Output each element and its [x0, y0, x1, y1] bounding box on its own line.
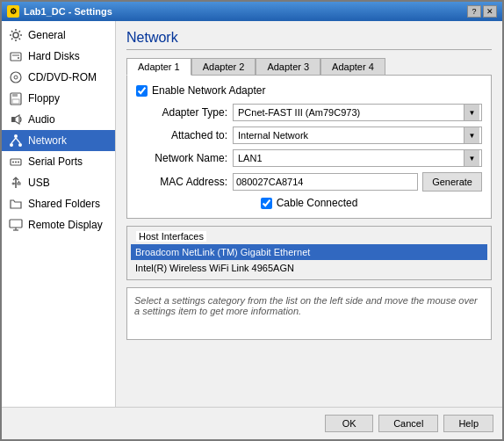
mac-address-input[interactable] — [233, 173, 418, 191]
sidebar-item-audio[interactable]: Audio — [2, 109, 115, 130]
svg-rect-2 — [12, 54, 19, 56]
settings-window: ⚙ Lab1_DC - Settings ? ✕ General — [0, 0, 504, 441]
info-box: Select a settings category from the list… — [126, 287, 492, 340]
svg-line-14 — [16, 138, 20, 143]
sidebar-label-remote-display: Remote Display — [28, 219, 103, 231]
host-interfaces-list: Broadcom NetLink (TM) Gigabit Ethernet I… — [131, 244, 487, 276]
enable-adapter-row: Enable Network Adapter — [136, 84, 482, 97]
window-title: Lab1_DC - Settings — [24, 6, 112, 17]
title-bar: ⚙ Lab1_DC - Settings ? ✕ — [2, 2, 502, 21]
cancel-button[interactable]: Cancel — [378, 415, 438, 432]
network-name-dropdown-arrow: ▼ — [464, 150, 479, 166]
window-body: General Hard Disks — [2, 21, 502, 407]
mac-address-label: MAC Address: — [136, 176, 233, 188]
sidebar-item-remote-display[interactable]: Remote Display — [2, 214, 115, 235]
sidebar-label-shared-folders: Shared Folders — [28, 198, 100, 210]
attached-to-row: Attached to: Internal Network ▼ — [136, 127, 482, 144]
disc-icon — [9, 70, 23, 84]
svg-point-0 — [13, 33, 18, 38]
info-text: Select a settings category from the list… — [134, 295, 478, 316]
sidebar-label-cd-dvd-rom: CD/DVD-ROM — [28, 71, 97, 83]
network-name-label: Network Name: — [136, 152, 233, 164]
cable-connected-checkbox[interactable] — [261, 198, 272, 209]
sidebar-item-shared-folders[interactable]: Shared Folders — [2, 193, 115, 214]
cable-connected-label: Cable Connected — [277, 197, 358, 209]
display-icon — [9, 218, 23, 232]
svg-rect-7 — [12, 93, 18, 97]
enable-adapter-checkbox[interactable] — [136, 85, 148, 97]
attached-to-select[interactable]: Internal Network ▼ — [233, 127, 482, 144]
host-interfaces-group: Host Interfaces Broadcom NetLink (TM) Gi… — [126, 226, 492, 280]
svg-point-10 — [14, 134, 18, 138]
help-button[interactable]: Help — [443, 415, 493, 432]
sidebar-item-network[interactable]: Network — [2, 130, 115, 151]
attached-to-dropdown-arrow: ▼ — [464, 127, 479, 143]
tab-adapter1[interactable]: Adapter 1 — [126, 58, 191, 76]
svg-point-4 — [11, 72, 21, 83]
main-content: Network Adapter 1 Adapter 2 Adapter 3 Ad… — [116, 21, 502, 407]
svg-point-3 — [18, 57, 19, 59]
footer: OK Cancel Help — [2, 407, 502, 439]
usb-icon — [9, 176, 23, 190]
serial-icon — [9, 155, 23, 169]
svg-rect-8 — [12, 99, 19, 104]
sidebar-label-network: Network — [28, 134, 67, 147]
close-title-button[interactable]: ✕ — [483, 5, 497, 18]
adapter-type-dropdown-arrow: ▼ — [464, 105, 479, 120]
svg-point-11 — [10, 143, 13, 147]
mac-row: Generate — [233, 172, 482, 192]
svg-rect-9 — [11, 117, 15, 122]
svg-rect-20 — [18, 183, 20, 184]
sidebar-item-cd-dvd-rom[interactable]: CD/DVD-ROM — [2, 67, 115, 88]
sidebar-label-usb: USB — [28, 177, 50, 189]
network-name-value: LAN1 — [235, 153, 464, 163]
enable-adapter-label: Enable Network Adapter — [152, 84, 265, 97]
sidebar-item-general[interactable]: General — [2, 25, 115, 46]
folder-icon — [9, 197, 23, 211]
cable-connected-row: Cable Connected — [136, 197, 482, 209]
sidebar-label-general: General — [28, 29, 66, 41]
sidebar-item-hard-disks[interactable]: Hard Disks — [2, 46, 115, 67]
adapter-type-row: Adapter Type: PCnet-FAST III (Am79C973) … — [136, 104, 482, 121]
attached-to-label: Attached to: — [136, 129, 233, 141]
audio-icon — [9, 112, 23, 127]
sidebar-label-floppy: Floppy — [28, 92, 60, 105]
sidebar-item-floppy[interactable]: Floppy — [2, 88, 115, 109]
help-title-button[interactable]: ? — [467, 5, 481, 18]
ok-button[interactable]: OK — [325, 415, 373, 432]
sidebar-label-hard-disks: Hard Disks — [28, 50, 80, 62]
svg-point-12 — [18, 143, 22, 147]
svg-rect-1 — [11, 53, 21, 61]
svg-point-18 — [18, 162, 19, 163]
svg-point-16 — [12, 162, 14, 163]
network-name-select[interactable]: LAN1 ▼ — [233, 149, 482, 167]
host-interfaces-legend: Host Interfaces — [136, 231, 206, 242]
svg-line-13 — [11, 138, 16, 143]
host-item-broadcom[interactable]: Broadcom NetLink (TM) Gigabit Ethernet — [131, 244, 487, 260]
generate-button[interactable]: Generate — [422, 172, 482, 192]
floppy-icon — [9, 91, 23, 105]
svg-point-5 — [14, 76, 18, 79]
adapter-tab-panel: Enable Network Adapter Adapter Type: PCn… — [126, 75, 492, 219]
sidebar: General Hard Disks — [2, 21, 116, 407]
app-icon: ⚙ — [7, 5, 19, 18]
svg-rect-24 — [10, 220, 22, 228]
section-title: Network — [126, 30, 492, 50]
svg-point-17 — [15, 162, 17, 163]
tab-adapter3[interactable]: Adapter 3 — [256, 58, 320, 76]
sidebar-label-audio: Audio — [28, 113, 55, 126]
tab-adapter2[interactable]: Adapter 2 — [191, 58, 256, 76]
mac-address-row: MAC Address: Generate — [136, 172, 482, 192]
gear-icon — [9, 28, 23, 42]
host-item-intel[interactable]: Intel(R) Wireless WiFi Link 4965AGN — [131, 260, 487, 276]
adapter-tabs: Adapter 1 Adapter 2 Adapter 3 Adapter 4 — [126, 57, 492, 75]
sidebar-item-usb[interactable]: USB — [2, 172, 115, 193]
attached-to-value: Internal Network — [235, 130, 464, 141]
sidebar-label-serial-ports: Serial Ports — [28, 155, 83, 168]
sidebar-item-serial-ports[interactable]: Serial Ports — [2, 151, 115, 172]
adapter-type-value: PCnet-FAST III (Am79C973) — [235, 107, 464, 118]
tab-adapter4[interactable]: Adapter 4 — [320, 58, 385, 76]
adapter-type-select[interactable]: PCnet-FAST III (Am79C973) ▼ — [233, 104, 482, 121]
network-icon — [9, 134, 23, 148]
adapter-type-label: Adapter Type: — [136, 106, 233, 119]
